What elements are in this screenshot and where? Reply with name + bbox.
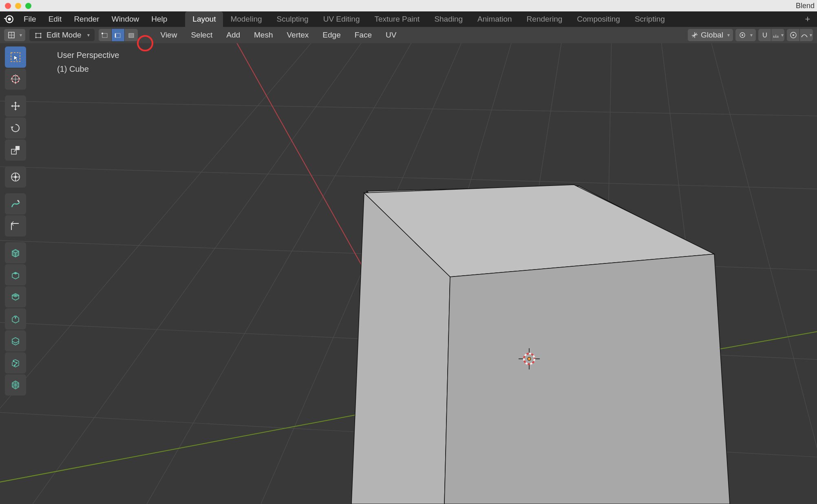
knife-icon [10, 357, 21, 369]
measure-icon [10, 220, 21, 232]
svg-line-24 [33, 43, 367, 504]
tool-select-box[interactable] [5, 46, 26, 68]
workspace-tab-shading[interactable]: Shading [427, 11, 470, 27]
inset-icon [10, 291, 21, 303]
workspace-tabs: Layout Modeling Sculpting UV Editing Tex… [185, 11, 801, 27]
header-menu-view[interactable]: View [156, 31, 182, 40]
editor-header: ▾ Edit Mode ▾ View Sel [0, 27, 817, 43]
proportional-icon [790, 31, 797, 39]
chevron-down-icon: ▾ [810, 32, 812, 38]
close-window-button[interactable] [5, 3, 11, 9]
workspace-tab-scripting[interactable]: Scripting [627, 11, 672, 27]
header-menu-mesh[interactable]: Mesh [249, 31, 278, 40]
tool-inset[interactable] [5, 286, 26, 307]
tool-annotate[interactable] [5, 193, 26, 214]
viewport-scene [0, 43, 817, 504]
workspace-tab-uv-editing[interactable]: UV Editing [316, 11, 367, 27]
header-menu-face[interactable]: Face [350, 31, 377, 40]
move-icon [10, 100, 21, 112]
active-object-label: (1) Cube [57, 62, 119, 76]
blender-logo-icon[interactable] [3, 14, 14, 24]
bevel-icon [10, 313, 21, 325]
tool-knife[interactable] [5, 352, 26, 374]
tool-rotate[interactable] [5, 117, 26, 139]
menu-help[interactable]: Help [146, 12, 173, 26]
menu-window[interactable]: Window [106, 12, 145, 26]
svg-point-49 [528, 357, 531, 360]
edge-select-button[interactable] [112, 29, 125, 41]
svg-line-23 [0, 43, 318, 504]
3d-viewport[interactable]: User Perspective (1) Cube [0, 43, 817, 504]
tool-move[interactable] [5, 95, 26, 117]
tool-transform[interactable] [5, 166, 26, 188]
svg-point-22 [793, 34, 794, 36]
annotate-icon [10, 198, 21, 210]
default-cube[interactable] [351, 185, 730, 504]
workspace-tab-compositing[interactable]: Compositing [570, 11, 627, 27]
workspace-tab-texture-paint[interactable]: Texture Paint [367, 11, 427, 27]
header-menu-add[interactable]: Add [221, 31, 245, 40]
svg-point-7 [40, 33, 42, 34]
app-title: Blend [796, 2, 815, 10]
editor-type-button[interactable]: ▾ [4, 29, 25, 41]
header-menu-edge[interactable]: Edge [318, 31, 345, 40]
tool-bevel[interactable] [5, 308, 26, 329]
view-perspective-label: User Perspective [57, 48, 119, 62]
add-workspace-button[interactable]: + [802, 14, 814, 24]
window-controls [5, 3, 31, 9]
svg-rect-14 [129, 33, 134, 38]
mode-label: Edit Mode [46, 31, 82, 40]
poly-build-icon [10, 379, 21, 391]
workspace-tab-modeling[interactable]: Modeling [223, 11, 269, 27]
pivot-icon [739, 31, 746, 39]
vertex-icon [101, 31, 108, 39]
snap-toggle[interactable] [758, 29, 771, 41]
tool-cursor[interactable] [5, 69, 26, 90]
chevron-down-icon: ▾ [781, 32, 784, 38]
orientation-dropdown[interactable]: Global ▾ [688, 29, 733, 41]
svg-line-32 [0, 100, 817, 117]
svg-point-6 [35, 33, 37, 34]
maximize-window-button[interactable] [25, 3, 31, 9]
workspace-tab-layout[interactable]: Layout [185, 11, 223, 27]
face-icon [128, 31, 135, 39]
tool-measure[interactable] [5, 215, 26, 237]
workspace-tab-sculpting[interactable]: Sculpting [269, 11, 316, 27]
orientation-icon [691, 31, 698, 39]
snap-increment-icon [772, 31, 779, 39]
tool-scale[interactable] [5, 139, 26, 161]
face-select-button[interactable] [125, 29, 138, 41]
tool-add-cube[interactable] [5, 242, 26, 263]
minimize-window-button[interactable] [15, 3, 21, 9]
svg-point-9 [40, 37, 42, 38]
snap-type-dropdown[interactable]: ▾ [771, 29, 784, 41]
menu-edit[interactable]: Edit [43, 12, 68, 26]
vertex-select-button[interactable] [99, 29, 112, 41]
orientation-label: Global [701, 31, 723, 40]
tool-loop-cut[interactable] [5, 330, 26, 351]
snap-group: ▾ [758, 29, 784, 41]
workspace-tab-rendering[interactable]: Rendering [519, 11, 570, 27]
svg-rect-12 [115, 33, 120, 38]
chevron-down-icon: ▾ [87, 32, 90, 38]
pivot-dropdown[interactable]: ▾ [735, 29, 756, 41]
svg-point-1 [8, 18, 11, 21]
proportional-toggle[interactable] [787, 29, 800, 41]
tool-extrude[interactable] [5, 264, 26, 285]
header-menu-select[interactable]: Select [186, 31, 217, 40]
transform-icon [10, 171, 21, 183]
tool-poly-build[interactable] [5, 374, 26, 396]
proportional-falloff-dropdown[interactable]: ▾ [800, 29, 813, 41]
workspace-tab-animation[interactable]: Animation [470, 11, 519, 27]
header-menu-uv[interactable]: UV [381, 31, 401, 40]
edit-mode-icon [34, 31, 42, 39]
proportional-group: ▾ [787, 29, 813, 41]
tool-shelf [5, 46, 26, 396]
svg-point-61 [14, 176, 17, 178]
menu-render[interactable]: Render [68, 12, 105, 26]
header-menu-vertex[interactable]: Vertex [282, 31, 314, 40]
add-cube-icon [10, 247, 21, 259]
svg-line-33 [0, 166, 817, 190]
menu-file[interactable]: File [18, 12, 42, 26]
mode-selector[interactable]: Edit Mode ▾ [29, 29, 95, 41]
